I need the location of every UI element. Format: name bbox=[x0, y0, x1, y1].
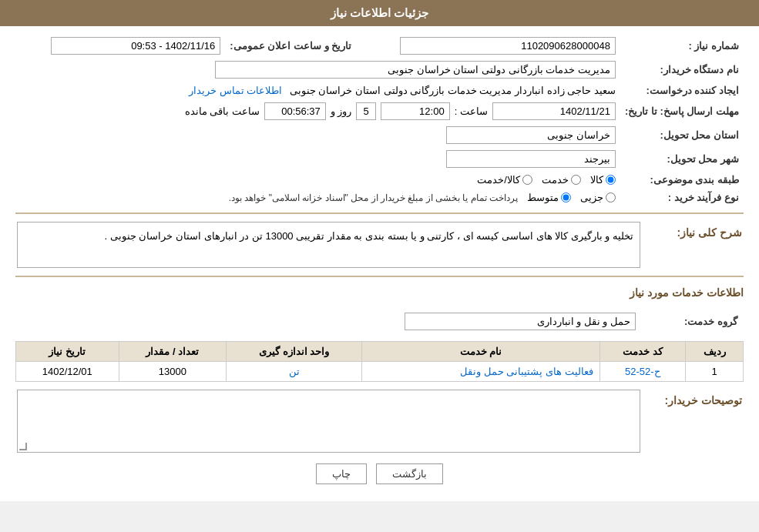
col-qty: تعداد / مقدار bbox=[119, 342, 227, 362]
need-number-label: شماره نیاز : bbox=[620, 34, 744, 58]
cell-row: 1 bbox=[686, 362, 744, 382]
col-date: تاریخ نیاز bbox=[16, 342, 119, 362]
buttons-row: بازگشت چاپ bbox=[15, 454, 744, 494]
cell-date: 1402/12/01 bbox=[16, 362, 119, 382]
need-number-input[interactable] bbox=[400, 37, 616, 55]
col-row: ردیف bbox=[686, 342, 744, 362]
col-unit: واحد اندازه گیری bbox=[227, 342, 362, 362]
deadline-days-val: 5 bbox=[356, 102, 375, 120]
table-row: 1 ح-52-52 فعالیت های پشتیبانی حمل ونقل ت… bbox=[16, 362, 744, 382]
description-box: تخلیه و بارگیری کالا های اساسی کیسه ای ،… bbox=[17, 222, 640, 268]
description-text: تخلیه و بارگیری کالا های اساسی کیسه ای ،… bbox=[105, 230, 633, 242]
deadline-time-label: ساعت : bbox=[455, 105, 488, 117]
city-input[interactable] bbox=[446, 150, 616, 168]
province-label: استان محل تحویل: bbox=[620, 123, 744, 147]
deadline-remaining-label: ساعت باقی مانده bbox=[185, 105, 260, 117]
unit-link[interactable]: تن bbox=[289, 366, 300, 377]
buyer-notes-label: توصیحات خریدار: bbox=[664, 391, 742, 410]
back-button[interactable]: بازگشت bbox=[376, 463, 443, 484]
cell-qty: 13000 bbox=[119, 362, 227, 382]
page-header: جزئیات اطلاعات نیاز bbox=[0, 0, 759, 26]
cell-code: ح-52-52 bbox=[599, 362, 686, 382]
name-link[interactable]: فعالیت های پشتیبانی حمل ونقل bbox=[460, 366, 593, 377]
category-radio-both[interactable] bbox=[522, 175, 532, 185]
service-group-input[interactable] bbox=[405, 313, 636, 330]
page-title: جزئیات اطلاعات نیاز bbox=[331, 6, 428, 19]
category-option2-label: خدمت bbox=[542, 174, 569, 186]
announce-date-label: تاریخ و ساعت اعلان عمومی: bbox=[225, 34, 356, 58]
buyer-org-label: نام دستگاه خریدار: bbox=[620, 58, 744, 82]
buyer-org-input[interactable] bbox=[215, 61, 616, 79]
deadline-remaining-input[interactable] bbox=[264, 102, 326, 120]
deadline-days-label: روز و bbox=[331, 105, 352, 117]
purchase-radio-small[interactable] bbox=[606, 192, 616, 202]
category-option1-label: کالا bbox=[590, 174, 603, 186]
city-label: شهر محل تحویل: bbox=[620, 147, 744, 171]
deadline-label: مهلت ارسال پاسخ: تا تاریخ: bbox=[620, 99, 744, 123]
province-input[interactable] bbox=[446, 126, 616, 144]
purchase-option1-label: جزیی bbox=[580, 192, 603, 203]
description-title: شرح کلی نیاز: bbox=[677, 223, 742, 242]
buyer-notes-text bbox=[18, 390, 640, 452]
creator-value: سعید حاجی زاده انباردار مدیریت خدمات باز… bbox=[290, 85, 616, 96]
purchase-radio-medium[interactable] bbox=[561, 192, 571, 202]
purchase-type-label: نوع فرآیند خرید : bbox=[620, 189, 744, 206]
services-table: ردیف کد خدمت نام خدمت واحد اندازه گیری ت… bbox=[15, 341, 744, 382]
category-option3-label: کالا/خدمت bbox=[477, 174, 520, 186]
deadline-date-input[interactable] bbox=[492, 102, 616, 120]
resize-handle bbox=[19, 443, 27, 450]
cell-name: فعالیت های پشتیبانی حمل ونقل bbox=[362, 362, 599, 382]
purchase-note: پرداخت تمام یا بخشی از مبلغ خریدار از مح… bbox=[229, 192, 518, 203]
category-radio-service[interactable] bbox=[571, 175, 581, 185]
deadline-time-input[interactable] bbox=[381, 102, 450, 120]
service-group-label: گروه خدمت: bbox=[642, 309, 742, 333]
col-name: نام خدمت bbox=[362, 342, 599, 362]
print-button[interactable]: چاپ bbox=[316, 463, 367, 484]
buyer-notes-box[interactable] bbox=[17, 390, 640, 453]
creator-contact-link[interactable]: اطلاعات تماس خریدار bbox=[189, 85, 282, 96]
purchase-option2-label: متوسط bbox=[527, 192, 559, 203]
category-label: طبقه بندی موضوعی: bbox=[620, 171, 744, 189]
service-info-title: اطلاعات خدمات مورد نیاز bbox=[15, 283, 744, 302]
cell-unit: تن bbox=[227, 362, 362, 382]
creator-label: ایجاد کننده درخواست: bbox=[620, 82, 744, 99]
announce-date-input[interactable] bbox=[51, 37, 220, 55]
code-link[interactable]: ح-52-52 bbox=[625, 366, 660, 377]
category-radio-kala[interactable] bbox=[606, 175, 616, 185]
col-code: کد خدمت bbox=[599, 342, 686, 362]
